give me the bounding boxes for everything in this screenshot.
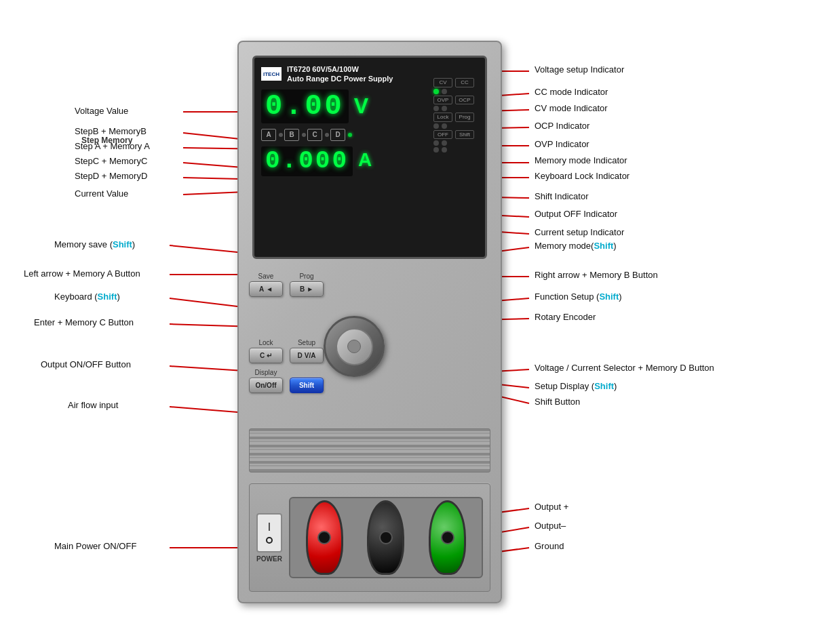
switch-off-symbol: [266, 537, 273, 544]
current-unit: A: [355, 149, 374, 171]
left-arrow-icon: ◄: [266, 285, 273, 293]
display-panel: ITECH IT6720 60V/5A/100W Auto Range DC P…: [252, 56, 487, 259]
voltage-unit: V: [351, 94, 371, 119]
step-a-dot: [279, 133, 283, 137]
prog-label-top: Prog: [299, 273, 313, 280]
step-d-box: D: [330, 129, 345, 141]
step-c-dot: [325, 133, 329, 137]
output-onoff-label: Output ON/OFF Button: [41, 359, 131, 369]
step-b-dot: [302, 133, 306, 137]
connector-red-hole: [317, 531, 331, 544]
memory-shift-cyan: Shift: [594, 241, 613, 251]
brand-text: IT6720 60V/5A/100W Auto Range DC Power S…: [287, 64, 393, 84]
shift-ind-label: Shift Indicator: [535, 191, 589, 201]
ovp-ind-label: OVP Indicator: [535, 139, 589, 149]
btn-d-icon: D: [298, 352, 303, 359]
display-label-top: Display: [255, 369, 277, 376]
save-group: Save A ◄: [249, 273, 283, 297]
stepb-memb-label: StepB + MemoryB: [75, 126, 147, 136]
step-a-box: A: [261, 129, 276, 141]
ovp-dot: [433, 106, 439, 111]
save-button[interactable]: A ◄: [249, 281, 283, 297]
ground-label: Ground: [535, 541, 564, 551]
device-body: ITECH IT6720 60V/5A/100W Auto Range DC P…: [237, 41, 502, 603]
current-setup-ind-label: Current setup Indicator: [535, 227, 624, 237]
setup-group: Setup D V/A: [290, 339, 324, 363]
extra-dot1: [433, 147, 439, 153]
connector-green[interactable]: [429, 500, 466, 575]
volt-curr-selector-label: Voltage / Current Selector + Memory D Bu…: [535, 363, 714, 373]
rotary-encoder-label: Rotary Encoder: [535, 312, 596, 322]
onoff-button[interactable]: On/Off: [249, 378, 283, 393]
lock-label: Lock: [433, 113, 452, 122]
off-dot: [433, 140, 439, 146]
setup-display-shift-label: Setup Display (Shift): [535, 381, 617, 391]
connectors-area: | POWER: [249, 483, 490, 592]
connector-green-hole: [441, 531, 454, 544]
memory-mode-shift-label: Memory mode(Shift): [535, 241, 617, 251]
rotary-inner: [336, 328, 373, 365]
svg-text:ITECH: ITECH: [263, 71, 279, 77]
prog-dot: [442, 123, 447, 129]
power-switch-container: | POWER: [256, 513, 282, 563]
left-arrow-mem-a-label: Left arrow + Memory A Button: [24, 268, 140, 279]
buttons-area: Save A ◄ Prog B ► Lock: [249, 273, 490, 399]
connector-black-hole: [379, 531, 393, 544]
brand-logo: ITECH: [261, 67, 282, 81]
rotary-encoder[interactable]: [324, 316, 385, 377]
power-switch[interactable]: |: [256, 513, 282, 552]
memory-save-label: Memory save (Shift): [54, 239, 135, 249]
ocp-ind-label: OCP Indicator: [535, 121, 589, 131]
cc-label: CC: [455, 78, 474, 87]
lock-dot: [433, 123, 439, 129]
ovp-ocp-dots: [433, 106, 481, 111]
connector-black[interactable]: [367, 500, 404, 575]
prog-button[interactable]: B ►: [290, 281, 324, 297]
va-icon: V/A: [305, 352, 316, 359]
current-display: 0.000: [261, 146, 353, 176]
step-d-dot: [348, 133, 352, 137]
setup-button[interactable]: D V/A: [290, 348, 324, 363]
memory-mode-ind-label: Memory mode Indicator: [535, 155, 627, 165]
keyboard-label: Keyboard (Shift): [54, 291, 120, 302]
keyboard-lock-ind-label: Keyboard Lock Indicator: [535, 171, 629, 181]
current-value-label: Current Value: [75, 188, 128, 199]
lock-label-top: Lock: [258, 339, 273, 346]
voltage-display: 0.00: [261, 89, 349, 123]
setup-label-top: Setup: [298, 339, 315, 346]
ovp-label: OVP: [433, 96, 452, 105]
rotary-outer: [324, 316, 385, 377]
ocp-label: OCP: [455, 96, 474, 105]
enter-mem-c-label: Enter + Memory C Button: [34, 317, 134, 327]
right-arrow-mem-b-label: Right arrow + Memory B Button: [535, 270, 658, 280]
cv-label: CV: [433, 78, 452, 87]
lock-group: Lock C ↵: [249, 339, 283, 363]
specs-text: 60V/5A/100W: [312, 65, 358, 73]
btn-a-icon: A: [259, 285, 264, 293]
off-label: OFF: [433, 130, 452, 140]
setup-shift-cyan: Shift: [594, 381, 614, 391]
cv-dot: [433, 89, 439, 94]
extra-dot2: [442, 147, 447, 153]
cc-mode-ind-label: CC mode Indicator: [535, 87, 608, 97]
off-shift-row: OFF Shift: [433, 130, 481, 140]
air-flow-label: Air flow input: [68, 400, 118, 410]
enter-icon: ↵: [267, 352, 272, 359]
save-label-top: Save: [258, 273, 274, 280]
off-shift-dots: [433, 140, 481, 146]
onoff-group: Display On/Off: [249, 369, 283, 393]
step-b-box: B: [284, 129, 299, 141]
lock-button[interactable]: C ↵: [249, 348, 283, 363]
air-vents: [249, 428, 490, 472]
shift-label-ind: Shift: [455, 130, 474, 140]
connector-red[interactable]: [306, 500, 343, 575]
cv-cc-dots: [433, 89, 481, 94]
main-power-label: Main Power ON/OFF: [54, 541, 136, 551]
voltage-value-label: Voltage Value: [75, 106, 128, 116]
shift-button[interactable]: Shift: [290, 378, 324, 393]
model-text: IT6720: [287, 65, 310, 73]
btn-c-icon: C: [260, 352, 265, 359]
right-arrow-icon: ►: [307, 285, 313, 293]
prog-label: Prog: [455, 113, 474, 122]
output-minus-label: Output–: [535, 521, 566, 531]
